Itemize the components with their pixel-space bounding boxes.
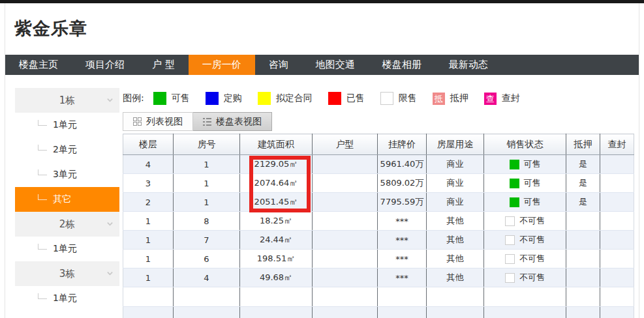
sidebar-item-building-3[interactable]: 3栋 — [15, 261, 119, 286]
cell-unit-type — [313, 155, 378, 174]
nav-item-map-traffic[interactable]: 地图交通 — [302, 55, 369, 75]
sidebar-item-b1-unit-1[interactable]: 1单元 — [15, 113, 119, 137]
table-row: 1 6 198.51㎡ *** 其他 不可售 — [123, 250, 634, 268]
cell-price: 7795.59万 — [378, 193, 427, 212]
legend-label: 限售 — [399, 93, 417, 104]
legend-item-reserved: 定购 — [206, 92, 242, 105]
cell-floor: 3 — [123, 174, 174, 193]
cell-price: *** — [378, 212, 427, 231]
nav-item-project-intro[interactable]: 项目介绍 — [72, 55, 138, 75]
green-swatch-icon — [153, 92, 166, 105]
cell-usage: 其他 — [427, 231, 484, 250]
table-row-empty — [123, 307, 634, 318]
tab-list-view[interactable]: 列表视图 — [123, 112, 193, 131]
cell-seal — [600, 268, 634, 287]
cell-price: *** — [378, 268, 427, 287]
cell-seal — [600, 193, 634, 212]
sidebar-item-building-1[interactable]: 1栋 — [15, 88, 119, 113]
legend-item-sold: 已售 — [328, 92, 365, 105]
table-row: 1 4 49.68㎡ *** 其他 不可售 — [123, 268, 634, 287]
cell-floor: 1 — [123, 231, 174, 250]
cell-floor: 2 — [123, 193, 174, 212]
sidebar-item-b1-other-selected[interactable]: 其它 — [15, 187, 119, 212]
status-empty-icon — [505, 235, 515, 245]
col-header-usage: 房屋用途 — [427, 134, 484, 155]
status-label: 不可售 — [519, 272, 545, 283]
tab-building-table-view[interactable]: 楼盘表视图 — [193, 112, 272, 131]
cell-usage: 其他 — [427, 250, 484, 268]
status-label: 不可售 — [519, 215, 545, 227]
cell-unit-type — [313, 212, 378, 231]
nav-item-latest-news[interactable]: 最新动态 — [435, 55, 502, 75]
sidebar-item-b1-unit-2[interactable]: 2单元 — [15, 137, 119, 162]
cell-price: *** — [378, 231, 427, 250]
col-header-floor: 楼层 — [123, 134, 174, 155]
sidebar-item-building-2[interactable]: 2栋 — [15, 212, 119, 237]
sidebar-item-label: 2栋 — [59, 218, 76, 231]
cell-floor: 1 — [123, 268, 174, 287]
sidebar-item-b3-unit-1[interactable]: 1单元 — [15, 286, 119, 311]
cell-mortgage — [566, 212, 600, 231]
sidebar-item-label: 1单元 — [53, 119, 77, 131]
cell-price: 5961.40万 — [378, 155, 427, 174]
main-nav: 楼盘主页 项目介绍 户 型 一房一价 咨询 地图交通 楼盘相册 最新动态 — [5, 55, 639, 75]
sidebar-item-label: 1栋 — [59, 94, 76, 107]
col-header-room: 房号 — [174, 134, 240, 155]
status-empty-icon — [505, 254, 515, 264]
cell-usage: 其他 — [427, 212, 484, 231]
top-bar — [0, 0, 644, 3]
red-highlight-annotation — [249, 156, 311, 212]
sidebar-item-b2-unit-1[interactable]: 1单元 — [15, 237, 119, 261]
grid-icon — [133, 117, 142, 126]
cell-price: 5809.02万 — [378, 174, 427, 193]
cell-mortgage — [566, 231, 600, 250]
nav-item-unit-type[interactable]: 户 型 — [138, 55, 189, 75]
status-label: 不可售 — [519, 234, 545, 246]
table-row: 2 1 2051.45㎡ 7795.59万 商业 可售 是 — [123, 193, 634, 212]
cell-unit-type — [313, 231, 378, 250]
tree-branch-icon — [38, 244, 47, 250]
cell-usage: 商业 — [427, 155, 484, 174]
nav-item-consult[interactable]: 咨询 — [255, 55, 302, 75]
status-green-icon — [510, 160, 519, 169]
list-icon — [203, 117, 211, 126]
chevron-down-icon — [107, 97, 113, 103]
legend-label: 已售 — [346, 93, 365, 104]
sidebar-item-label: 1单元 — [53, 293, 77, 304]
table-row: 1 8 18.25㎡ *** 其他 不可售 — [123, 212, 634, 231]
cell-floor: 1 — [123, 250, 174, 268]
seal-badge-icon: 查 — [484, 93, 497, 105]
cell-seal — [600, 174, 634, 193]
status-legend: 图例: 可售 定购 拟定合同 已售 限售 抵 抵押 查 查封 — [123, 91, 536, 106]
building-tree-sidebar: 1栋 1单元 2单元 3单元 其它 2栋 1单元 3栋 1单元 — [15, 88, 119, 311]
legend-item-mortgage: 抵 抵押 — [433, 93, 468, 105]
cell-seal — [600, 212, 634, 231]
cell-status: 不可售 — [484, 268, 566, 287]
cell-mortgage: 是 — [566, 193, 600, 212]
table-row: 3 1 2074.64㎡ 5809.02万 商业 可售 是 — [123, 174, 634, 193]
legend-item-available: 可售 — [153, 92, 190, 105]
nav-item-photo-album[interactable]: 楼盘相册 — [369, 55, 435, 75]
cell-status: 不可售 — [484, 212, 566, 231]
sidebar-item-label: 1单元 — [53, 243, 77, 255]
col-header-price: 挂牌价 — [378, 134, 427, 155]
table-row-empty — [123, 287, 634, 307]
cell-room: 4 — [174, 268, 240, 287]
nav-item-home[interactable]: 楼盘主页 — [5, 55, 72, 75]
blue-swatch-icon — [206, 92, 219, 105]
status-label: 可售 — [524, 158, 541, 170]
cell-area: 198.51㎡ — [240, 250, 313, 268]
col-header-status: 销售状态 — [484, 134, 566, 155]
status-label: 不可售 — [519, 253, 545, 265]
cell-area: 18.25㎡ — [240, 212, 313, 231]
cell-room: 7 — [174, 231, 240, 250]
tree-branch-icon — [38, 145, 47, 151]
table-header-row: 楼层 房号 建筑面积 户型 挂牌价 房屋用途 销售状态 抵押 查封 — [123, 134, 634, 155]
sidebar-item-b1-unit-3[interactable]: 3单元 — [15, 162, 119, 187]
cell-unit-type — [313, 193, 378, 212]
table-row: 1 7 24.44㎡ *** 其他 不可售 — [123, 231, 634, 250]
cell-unit-type — [313, 174, 378, 193]
nav-item-price-per-unit[interactable]: 一房一价 — [189, 55, 255, 75]
cell-status: 可售 — [484, 193, 566, 212]
tree-branch-icon — [38, 194, 47, 200]
